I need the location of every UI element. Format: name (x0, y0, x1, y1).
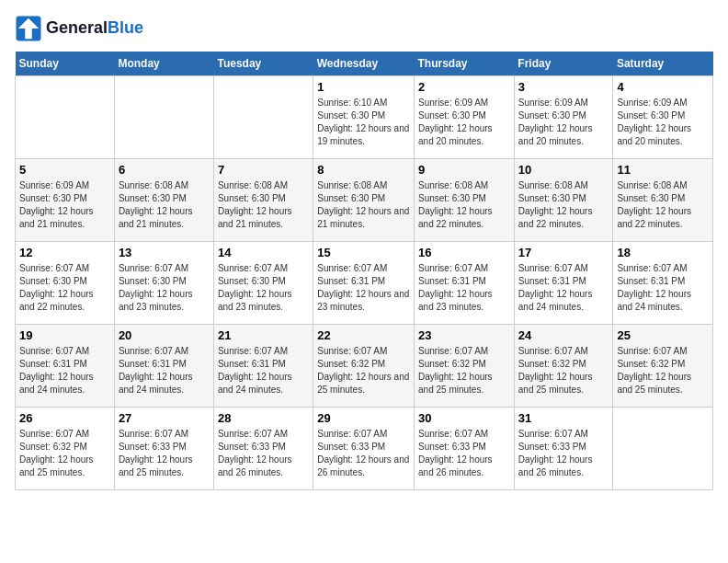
calendar-cell: 11Sunrise: 6:08 AM Sunset: 6:30 PM Dayli… (613, 159, 713, 242)
calendar-cell: 18Sunrise: 6:07 AM Sunset: 6:31 PM Dayli… (613, 242, 713, 325)
calendar-cell: 9Sunrise: 6:08 AM Sunset: 6:30 PM Daylig… (415, 159, 515, 242)
calendar-cell: 23Sunrise: 6:07 AM Sunset: 6:32 PM Dayli… (415, 325, 515, 408)
calendar-cell: 5Sunrise: 6:09 AM Sunset: 6:30 PM Daylig… (16, 159, 115, 242)
day-number: 10 (518, 163, 609, 177)
day-info: Sunrise: 6:07 AM Sunset: 6:31 PM Dayligh… (19, 345, 110, 396)
calendar-cell: 22Sunrise: 6:07 AM Sunset: 6:32 PM Dayli… (313, 325, 415, 408)
weekday-header: Friday (514, 52, 613, 76)
day-info: Sunrise: 6:07 AM Sunset: 6:33 PM Dayligh… (317, 428, 410, 479)
day-info: Sunrise: 6:09 AM Sunset: 6:30 PM Dayligh… (19, 179, 110, 231)
logo-icon (15, 15, 42, 42)
calendar-cell: 1Sunrise: 6:10 AM Sunset: 6:30 PM Daylig… (313, 76, 415, 159)
day-number: 8 (317, 163, 410, 177)
day-info: Sunrise: 6:07 AM Sunset: 6:33 PM Dayligh… (518, 428, 609, 479)
day-info: Sunrise: 6:07 AM Sunset: 6:31 PM Dayligh… (218, 345, 309, 396)
logo: GeneralBlue (15, 15, 143, 42)
day-number: 25 (617, 328, 709, 342)
calendar-cell (114, 76, 213, 159)
day-info: Sunrise: 6:08 AM Sunset: 6:30 PM Dayligh… (317, 179, 410, 231)
day-info: Sunrise: 6:07 AM Sunset: 6:32 PM Dayligh… (518, 345, 609, 396)
calendar-cell: 27Sunrise: 6:07 AM Sunset: 6:33 PM Dayli… (114, 408, 213, 490)
calendar-cell: 7Sunrise: 6:08 AM Sunset: 6:30 PM Daylig… (213, 159, 313, 242)
day-info: Sunrise: 6:07 AM Sunset: 6:31 PM Dayligh… (617, 262, 709, 314)
day-info: Sunrise: 6:07 AM Sunset: 6:31 PM Dayligh… (119, 345, 210, 396)
day-info: Sunrise: 6:07 AM Sunset: 6:33 PM Dayligh… (119, 428, 210, 479)
day-info: Sunrise: 6:07 AM Sunset: 6:30 PM Dayligh… (119, 262, 210, 314)
day-info: Sunrise: 6:08 AM Sunset: 6:30 PM Dayligh… (418, 179, 510, 231)
calendar-cell: 28Sunrise: 6:07 AM Sunset: 6:33 PM Dayli… (213, 408, 313, 490)
weekday-header: Thursday (415, 52, 515, 76)
day-info: Sunrise: 6:10 AM Sunset: 6:30 PM Dayligh… (317, 97, 410, 148)
calendar-week-row: 12Sunrise: 6:07 AM Sunset: 6:30 PM Dayli… (16, 242, 713, 325)
calendar-cell: 26Sunrise: 6:07 AM Sunset: 6:32 PM Dayli… (16, 408, 115, 490)
calendar-week-row: 1Sunrise: 6:10 AM Sunset: 6:30 PM Daylig… (16, 76, 713, 159)
calendar-cell (16, 76, 115, 159)
day-number: 30 (418, 411, 510, 425)
day-number: 31 (518, 411, 609, 425)
day-info: Sunrise: 6:09 AM Sunset: 6:30 PM Dayligh… (617, 97, 709, 148)
day-info: Sunrise: 6:07 AM Sunset: 6:32 PM Dayligh… (418, 345, 510, 396)
weekday-header: Saturday (613, 52, 713, 76)
day-number: 26 (19, 411, 110, 425)
day-number: 18 (617, 246, 709, 259)
calendar-week-row: 26Sunrise: 6:07 AM Sunset: 6:32 PM Dayli… (16, 408, 713, 490)
calendar-header: SundayMondayTuesdayWednesdayThursdayFrid… (16, 52, 713, 76)
day-number: 15 (317, 246, 410, 259)
calendar-week-row: 5Sunrise: 6:09 AM Sunset: 6:30 PM Daylig… (16, 159, 713, 242)
calendar-cell: 12Sunrise: 6:07 AM Sunset: 6:30 PM Dayli… (16, 242, 115, 325)
day-info: Sunrise: 6:08 AM Sunset: 6:30 PM Dayligh… (617, 179, 709, 231)
calendar-cell (613, 408, 713, 490)
day-number: 21 (218, 328, 309, 342)
day-number: 11 (617, 163, 709, 177)
day-number: 6 (119, 163, 210, 177)
calendar-cell: 13Sunrise: 6:07 AM Sunset: 6:30 PM Dayli… (114, 242, 213, 325)
day-info: Sunrise: 6:07 AM Sunset: 6:31 PM Dayligh… (418, 262, 510, 314)
calendar-cell: 19Sunrise: 6:07 AM Sunset: 6:31 PM Dayli… (16, 325, 115, 408)
day-number: 12 (19, 246, 110, 259)
day-number: 20 (119, 328, 210, 342)
day-info: Sunrise: 6:09 AM Sunset: 6:30 PM Dayligh… (518, 97, 609, 148)
calendar-cell: 25Sunrise: 6:07 AM Sunset: 6:32 PM Dayli… (613, 325, 713, 408)
day-info: Sunrise: 6:08 AM Sunset: 6:30 PM Dayligh… (518, 179, 609, 231)
day-info: Sunrise: 6:08 AM Sunset: 6:30 PM Dayligh… (218, 179, 309, 231)
day-info: Sunrise: 6:07 AM Sunset: 6:30 PM Dayligh… (19, 262, 110, 314)
calendar-cell: 21Sunrise: 6:07 AM Sunset: 6:31 PM Dayli… (213, 325, 313, 408)
day-number: 16 (418, 246, 510, 259)
weekday-header: Tuesday (213, 52, 313, 76)
logo-text: GeneralBlue (46, 19, 143, 38)
day-number: 17 (518, 246, 609, 259)
day-number: 1 (317, 80, 410, 94)
weekday-header: Wednesday (313, 52, 415, 76)
day-info: Sunrise: 6:07 AM Sunset: 6:32 PM Dayligh… (317, 345, 410, 396)
calendar-cell: 30Sunrise: 6:07 AM Sunset: 6:33 PM Dayli… (415, 408, 515, 490)
day-info: Sunrise: 6:07 AM Sunset: 6:33 PM Dayligh… (418, 428, 510, 479)
day-number: 14 (218, 246, 309, 259)
day-number: 23 (418, 328, 510, 342)
day-number: 4 (617, 80, 709, 94)
day-info: Sunrise: 6:07 AM Sunset: 6:32 PM Dayligh… (617, 345, 709, 396)
weekday-header: Monday (114, 52, 213, 76)
day-number: 29 (317, 411, 410, 425)
calendar-cell: 3Sunrise: 6:09 AM Sunset: 6:30 PM Daylig… (514, 76, 613, 159)
calendar-cell: 16Sunrise: 6:07 AM Sunset: 6:31 PM Dayli… (415, 242, 515, 325)
day-info: Sunrise: 6:07 AM Sunset: 6:31 PM Dayligh… (317, 262, 410, 314)
day-number: 2 (418, 80, 510, 94)
day-number: 22 (317, 328, 410, 342)
calendar-cell: 2Sunrise: 6:09 AM Sunset: 6:30 PM Daylig… (415, 76, 515, 159)
calendar-cell: 6Sunrise: 6:08 AM Sunset: 6:30 PM Daylig… (114, 159, 213, 242)
day-info: Sunrise: 6:07 AM Sunset: 6:32 PM Dayligh… (19, 428, 110, 479)
calendar-body: 1Sunrise: 6:10 AM Sunset: 6:30 PM Daylig… (16, 76, 713, 490)
day-number: 28 (218, 411, 309, 425)
day-number: 24 (518, 328, 609, 342)
day-number: 3 (518, 80, 609, 94)
page-header: GeneralBlue (15, 15, 713, 42)
calendar-week-row: 19Sunrise: 6:07 AM Sunset: 6:31 PM Dayli… (16, 325, 713, 408)
calendar-cell: 4Sunrise: 6:09 AM Sunset: 6:30 PM Daylig… (613, 76, 713, 159)
day-number: 5 (19, 163, 110, 177)
day-info: Sunrise: 6:07 AM Sunset: 6:30 PM Dayligh… (218, 262, 309, 314)
weekday-header: Sunday (16, 52, 115, 76)
calendar-cell: 14Sunrise: 6:07 AM Sunset: 6:30 PM Dayli… (213, 242, 313, 325)
calendar-cell: 10Sunrise: 6:08 AM Sunset: 6:30 PM Dayli… (514, 159, 613, 242)
day-info: Sunrise: 6:09 AM Sunset: 6:30 PM Dayligh… (418, 97, 510, 148)
day-number: 27 (119, 411, 210, 425)
